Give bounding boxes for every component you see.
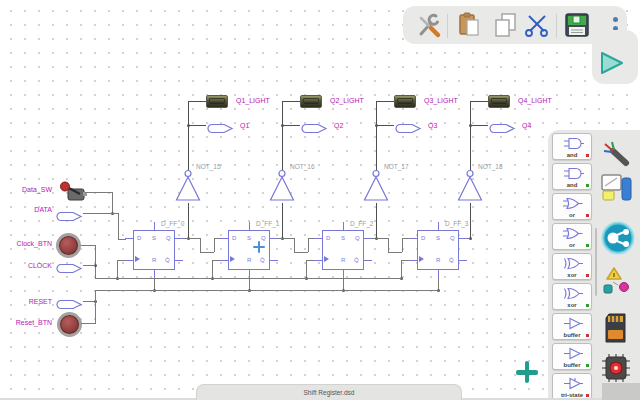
light-screen — [209, 98, 225, 105]
wire — [470, 101, 471, 171]
data-pin-label: DATA — [4, 206, 52, 214]
wire — [200, 238, 201, 252]
palette-item-buffer[interactable]: buffer — [552, 343, 592, 370]
ff-clock-marker — [135, 256, 140, 262]
wire — [112, 192, 113, 213]
wire — [117, 260, 125, 261]
wire — [282, 101, 300, 102]
flipflop-label: D_FF_1 — [256, 220, 279, 227]
chip-icon[interactable] — [600, 352, 634, 384]
flipflop-label: D_FF_0 — [161, 220, 184, 227]
run-icon[interactable] — [598, 50, 626, 82]
not-gate[interactable] — [269, 169, 295, 207]
ff-stub-q — [364, 238, 372, 239]
wire — [83, 265, 95, 266]
wire — [402, 238, 403, 252]
not-gate[interactable] — [457, 169, 483, 207]
appearance-icon[interactable] — [600, 172, 634, 204]
ff-stub-s — [343, 222, 344, 230]
ff-pin-q: Q — [355, 235, 360, 241]
wire-tool-icon[interactable] — [600, 138, 634, 170]
reset-push-button[interactable] — [57, 312, 82, 337]
ff-pin-r: R — [341, 257, 345, 263]
wire — [214, 238, 215, 252]
paste-icon[interactable] — [455, 11, 485, 41]
wire — [81, 323, 95, 324]
switch-label: Data_SW — [4, 186, 52, 194]
reset-pin-label: RESET — [4, 298, 52, 306]
output-pin-label: Q4 — [522, 122, 531, 130]
light-label: Q3_LIGHT — [424, 97, 458, 105]
add-zoom-button[interactable] — [514, 359, 540, 385]
wire — [470, 125, 488, 126]
wire — [467, 238, 470, 239]
palette-item-or[interactable]: or — [552, 193, 592, 220]
wire — [308, 238, 309, 252]
wire — [282, 101, 283, 171]
wire — [95, 278, 402, 279]
light-component[interactable] — [488, 95, 510, 108]
palette-item-and[interactable]: and — [552, 163, 592, 190]
not-gate[interactable] — [363, 169, 389, 207]
ff-clock-marker — [419, 256, 424, 262]
palette-scrollbar[interactable] — [595, 228, 597, 296]
ff-stub-clk — [220, 260, 228, 261]
tools-icon[interactable] — [415, 11, 445, 41]
wire — [118, 213, 119, 239]
clock-push-button[interactable] — [56, 233, 81, 258]
output-pin[interactable] — [488, 120, 516, 138]
wire — [282, 125, 300, 126]
wire-junction — [375, 124, 378, 127]
wire — [118, 239, 126, 240]
light-component[interactable] — [394, 95, 416, 108]
not-gate[interactable] — [175, 169, 201, 207]
palette-item-status-dot — [586, 274, 589, 277]
save-icon[interactable] — [563, 11, 593, 41]
wire — [282, 238, 294, 239]
ff-stub-d — [409, 238, 417, 239]
wire — [81, 245, 95, 246]
ff-stub-clk — [314, 260, 322, 261]
sd-card-icon[interactable] — [600, 312, 634, 344]
ff-stub-r — [438, 270, 439, 278]
ff-pin-r: R — [247, 257, 251, 263]
palette-item-buffer[interactable]: buffer — [552, 313, 592, 340]
palette-item-and[interactable]: and — [552, 133, 592, 160]
copy-icon[interactable] — [491, 11, 521, 41]
wire — [294, 252, 308, 253]
toggle-switch[interactable] — [58, 181, 88, 207]
palette-item-or[interactable]: or — [552, 223, 592, 250]
schematic-canvas[interactable]: Q1_LIGHTQ1NOT_15D_FF_0DSQRQ̄Q2_LIGHTQ2NO… — [0, 0, 640, 400]
output-pin[interactable] — [206, 120, 234, 138]
output-pin-label: Q3 — [428, 122, 437, 130]
palette-item-xor[interactable]: xor — [552, 253, 592, 280]
palette-item-status-dot — [586, 304, 589, 307]
components-icon[interactable] — [600, 220, 634, 252]
clock-pin-label: CLOCK — [4, 262, 52, 270]
light-component[interactable] — [206, 95, 228, 108]
ff-stub-d — [314, 238, 322, 239]
ff-pin-s: S — [436, 235, 440, 241]
and-gate-icon — [561, 167, 585, 180]
flipflop-label: D_FF_3 — [445, 220, 468, 227]
palette-item-xor[interactable]: xor — [552, 283, 592, 310]
clock-input-pin[interactable] — [55, 260, 83, 278]
data-input-pin[interactable] — [55, 208, 83, 226]
output-pin[interactable] — [394, 120, 422, 138]
tri-state-gate-icon — [561, 377, 585, 390]
light-component[interactable] — [300, 95, 322, 108]
wire — [376, 125, 394, 126]
ff-pin-r: R — [436, 257, 440, 263]
cut-icon[interactable] — [523, 11, 553, 41]
ff-stub-q — [459, 238, 467, 239]
wire — [470, 203, 471, 239]
and-gate-icon — [561, 137, 585, 150]
file-tab[interactable]: Shift Register.dsd — [196, 384, 462, 400]
palette-item-tri-state[interactable]: tri-state — [552, 373, 592, 400]
output-pin[interactable] — [300, 120, 328, 138]
not-gate-label: NOT_15 — [196, 163, 221, 170]
shapes-icon[interactable] — [600, 266, 634, 298]
ff-pin-s: S — [247, 235, 251, 241]
or-gate-icon — [561, 227, 585, 240]
palette-item-status-dot — [586, 334, 589, 337]
